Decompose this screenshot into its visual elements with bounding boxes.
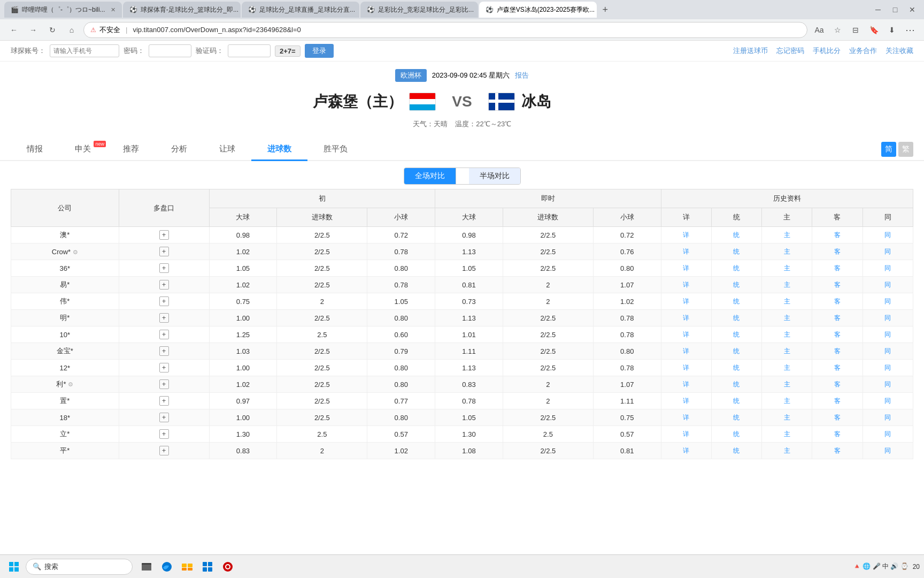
cell-action-3[interactable]: 客 <box>812 260 863 277</box>
cell-action-4[interactable]: 同 <box>863 376 913 393</box>
action-link[interactable]: 主 <box>783 281 791 288</box>
cell-action-4[interactable]: 同 <box>863 393 913 409</box>
cell-action-1[interactable]: 统 <box>711 409 761 426</box>
menu-icon[interactable]: ⋯ <box>903 22 918 37</box>
cell-action-1[interactable]: 统 <box>711 393 761 409</box>
action-link[interactable]: 详 <box>682 397 690 405</box>
action-link[interactable]: 同 <box>883 364 892 371</box>
cell-action-4[interactable]: 同 <box>863 443 913 459</box>
cell-action-2[interactable]: 主 <box>762 426 812 443</box>
action-link[interactable]: 同 <box>883 314 892 322</box>
cell-action-3[interactable]: 客 <box>812 310 863 326</box>
cell-spread[interactable]: + <box>119 426 209 443</box>
cell-action-2[interactable]: 主 <box>762 326 812 343</box>
action-link[interactable]: 详 <box>682 381 690 388</box>
action-link[interactable]: 客 <box>833 314 842 322</box>
cell-action-2[interactable]: 主 <box>762 409 812 426</box>
action-link[interactable]: 主 <box>783 397 791 405</box>
tab-recommend[interactable]: 推荐 <box>107 139 155 161</box>
login-button[interactable]: 登录 <box>305 44 334 58</box>
address-bar[interactable]: ⚠ 不安全 | vip.titan007.com/OverDown_n.aspx… <box>83 22 807 38</box>
cell-action-2[interactable]: 主 <box>762 376 812 393</box>
cell-action-4[interactable]: 同 <box>863 227 913 244</box>
action-link[interactable]: 客 <box>833 447 842 454</box>
action-link[interactable]: 统 <box>732 347 741 355</box>
action-link[interactable]: 主 <box>783 381 791 388</box>
follow-button[interactable]: 关注收藏 <box>886 46 913 56</box>
taskbar-app-record[interactable] <box>218 557 237 576</box>
new-tab-button[interactable]: + <box>598 2 613 17</box>
action-link[interactable]: 主 <box>783 414 791 421</box>
tab-1[interactable]: 🎬 哔哩哔哩（゜-゜）つロ~bili... ✕ <box>4 2 122 18</box>
action-link[interactable]: 同 <box>883 231 892 239</box>
forgot-button[interactable]: 忘记密码 <box>776 46 804 56</box>
cell-spread[interactable]: + <box>119 393 209 409</box>
tab-close-1[interactable]: ✕ <box>111 6 116 13</box>
tab-handicap[interactable]: 让球 <box>203 139 251 161</box>
cell-action-3[interactable]: 客 <box>812 443 863 459</box>
action-link[interactable]: 主 <box>783 447 791 454</box>
tab-3[interactable]: ⚽ 足球比分_足球直播_足球比分直... ✕ <box>242 2 359 18</box>
cell-action-0[interactable]: 详 <box>661 443 711 459</box>
home-button[interactable]: ⌂ <box>64 22 79 37</box>
action-link[interactable]: 客 <box>833 397 842 405</box>
view-toggle-simplified[interactable]: 简 <box>881 142 896 157</box>
cell-action-1[interactable]: 统 <box>711 360 761 376</box>
cell-action-3[interactable]: 客 <box>812 277 863 293</box>
minimize-button[interactable]: ─ <box>871 2 886 17</box>
action-link[interactable]: 客 <box>833 231 842 239</box>
cell-action-3[interactable]: 客 <box>812 343 863 360</box>
tab-analysis[interactable]: 分析 <box>155 139 203 161</box>
action-link[interactable]: 客 <box>833 414 842 421</box>
action-link[interactable]: 详 <box>682 281 690 288</box>
translate-icon[interactable]: Aa <box>812 22 827 37</box>
action-link[interactable]: 同 <box>883 264 892 272</box>
action-link[interactable]: 统 <box>732 231 741 239</box>
action-link[interactable]: 详 <box>682 331 690 338</box>
cell-spread[interactable]: + <box>119 244 209 260</box>
account-input[interactable] <box>50 44 119 57</box>
cell-action-0[interactable]: 详 <box>661 227 711 244</box>
expand-button[interactable]: + <box>159 330 169 339</box>
action-link[interactable]: 统 <box>732 331 741 338</box>
back-button[interactable]: ← <box>6 22 21 37</box>
expand-button[interactable]: + <box>159 280 169 290</box>
action-link[interactable]: 详 <box>682 347 690 355</box>
cell-action-0[interactable]: 详 <box>661 310 711 326</box>
cell-action-1[interactable]: 统 <box>711 227 761 244</box>
cell-action-2[interactable]: 主 <box>762 260 812 277</box>
taskbar-app-explorer[interactable] <box>178 557 197 576</box>
cell-action-3[interactable]: 客 <box>812 409 863 426</box>
action-link[interactable]: 主 <box>783 347 791 355</box>
action-link[interactable]: 主 <box>783 264 791 272</box>
view-toggle-traditional[interactable]: 繁 <box>898 142 913 157</box>
action-link[interactable]: 统 <box>732 447 741 454</box>
action-link[interactable]: 详 <box>682 264 690 272</box>
action-link[interactable]: 详 <box>682 298 690 305</box>
action-link[interactable]: 同 <box>883 447 892 454</box>
action-link[interactable]: 详 <box>682 314 690 322</box>
action-link[interactable]: 同 <box>883 347 892 355</box>
cell-action-1[interactable]: 统 <box>711 343 761 360</box>
bookmark-icon[interactable]: 🔖 <box>866 22 881 37</box>
expand-button[interactable]: + <box>159 296 169 306</box>
cell-action-0[interactable]: 详 <box>661 426 711 443</box>
cell-action-4[interactable]: 同 <box>863 244 913 260</box>
cell-action-0[interactable]: 详 <box>661 293 711 310</box>
action-link[interactable]: 主 <box>783 248 791 255</box>
cell-action-1[interactable]: 统 <box>711 376 761 393</box>
cell-action-1[interactable]: 统 <box>711 260 761 277</box>
action-link[interactable]: 主 <box>783 298 791 305</box>
cell-action-3[interactable]: 客 <box>812 326 863 343</box>
cell-spread[interactable]: + <box>119 343 209 360</box>
taskbar-app-files[interactable] <box>137 557 156 576</box>
cell-spread[interactable]: + <box>119 376 209 393</box>
action-link[interactable]: 统 <box>732 298 741 305</box>
cell-action-2[interactable]: 主 <box>762 293 812 310</box>
action-link[interactable]: 统 <box>732 314 741 322</box>
action-link[interactable]: 详 <box>682 364 690 371</box>
expand-button[interactable]: + <box>159 429 169 439</box>
cell-action-4[interactable]: 同 <box>863 426 913 443</box>
cell-action-0[interactable]: 详 <box>661 277 711 293</box>
cell-action-0[interactable]: 详 <box>661 244 711 260</box>
